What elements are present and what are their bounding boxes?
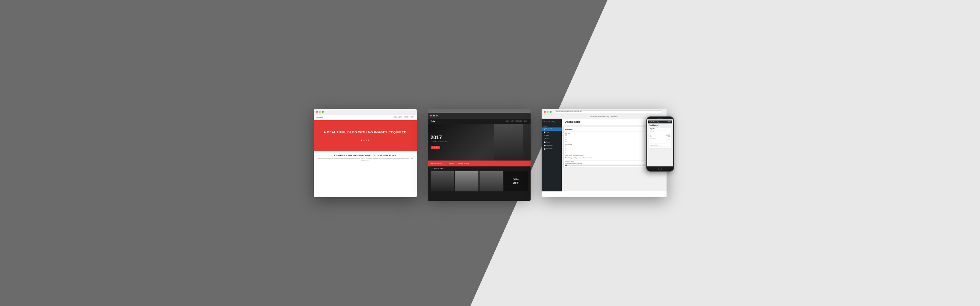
s3-sidebar-feedbacks[interactable]: 📋 Feedbacks [542,147,562,151]
s2-bar-returns-text: EASY RETURNS [460,163,469,164]
s3-storage-allowed: 339.12MB [577,163,582,164]
s2-bar-returns: ↩ EASY RETURNS [458,162,469,165]
s2-nav: Tiche HOME SHOP LOOKBOOK ABOUT [428,119,531,124]
s3-dot-yellow [547,111,549,113]
s3-posts-icon: 📝 [544,132,546,133]
s1-nav-links: HOME ABOUT CONTACT SHOP [393,116,414,118]
s2-nav-lookbook[interactable]: LOOKBOOK [515,120,522,122]
s1-nav-contact[interactable]: CONTACT [404,116,409,118]
s2-product-3-img [479,171,503,191]
s3-sidebar-links[interactable]: 🔗 Links [542,137,562,141]
s3-comments-icon: 💬 [544,145,546,147]
s3-phone-dashboard-title: Dashboard [649,124,671,126]
s1-content-text: Far far away, behind the word mountains,… [317,158,414,162]
s2-products-label: ALL BLOG TIPS [428,166,531,171]
s2-product-sale[interactable]: 50%OFF [504,171,528,191]
s3-approved-count: 3 [565,147,566,149]
s3-sidebar-dashboard[interactable]: ⊞ Dashboard [542,127,562,131]
s1-dot-1 [361,140,362,141]
s2-hero-year: 2017 [431,135,449,140]
s3-media-icon: 🖼 [544,135,545,136]
s3-sidebar-comments[interactable]: 💬 Comments [542,144,562,147]
screenshots-container: typology HOME ABOUT CONTACT SHOP A BEAUT… [0,0,980,306]
s2-bar-phone-text: CALL US [449,163,454,164]
s3-sidebar-posts[interactable]: 📝 Posts [542,131,562,134]
s1-dot-4 [368,140,369,141]
screenshot-3-wrapper: https://example.wordpress.com/wp-admin/i… [542,109,667,197]
s3-phone-discussion-section: DISCUSSION [650,138,670,139]
s2-browser-bar [428,113,531,119]
s3-phone-speaker [657,118,663,119]
s3-site-name: My WordPress Blog [542,120,562,124]
s2-return-icon: ↩ [458,162,460,165]
s2-phone-icon: 📞 [447,162,449,165]
s3-dashboard-icon: ⊞ [544,128,545,130]
s2-bar-shipping-text: FREE SHIPPING [434,163,442,164]
s3-sidebar-posts-label: Posts [546,132,550,133]
s3-storage-used: 3.07MB [565,163,569,164]
s2-logo: Tiche [431,120,436,122]
s2-nav-shop[interactable]: SHOP [511,120,514,122]
s1-dot-green [322,111,324,113]
s1-nav-shop[interactable]: SHOP [410,116,414,118]
s1-logo: typology [317,116,323,118]
s3-sidebar-media-label: Media [546,135,550,136]
s3-spam-count: 0 [565,152,566,154]
s2-hero-button[interactable]: SHOP NOW [431,146,441,149]
s1-nav-about[interactable]: ABOUT [398,116,402,118]
s3-page-title: Dashboard › My WordPress Blog — WordPres… [590,116,618,117]
s1-dot-3 [366,140,367,141]
s1-nav-home[interactable]: HOME [393,116,397,118]
s1-dot-yellow [319,111,321,113]
s3-phone-time: 9:41 AM [667,121,671,123]
s3-sidebar: My WordPress Blog HOME ⊞ Dashboard 📝 Pos… [542,119,562,191]
s1-hero-title: A BEAUTIFUL BLOG WITH NO IMAGES REQUIRED [324,130,406,135]
s3-dot-green [550,111,552,113]
s3-phone-tags-count: 223 [650,136,652,137]
s3-phone-header-text: My WordPress Blog [649,121,659,123]
s1-hero-dots [361,140,369,141]
s2-product-3[interactable] [479,171,503,191]
s2-nav-links: HOME SHOP LOOKBOOK ABOUT [506,120,528,122]
s3-phone-fill [650,147,651,147]
s2-product-1[interactable] [431,171,454,191]
s2-dot-red [430,115,432,116]
s3-sidebar-pages-label: Pages [546,141,550,143]
s1-content: KNIGHTS, I BID YOU WELCOME TO YOUR NEW H… [314,151,417,165]
s2-nav-home[interactable]: HOME [506,120,509,122]
s2-info-bar: 🚚 FREE SHIPPING 📞 CALL US ↩ EASY RETURNS [428,160,531,166]
s3-address-bar[interactable]: https://example.wordpress.com/wp-admin/i… [555,110,662,113]
s3-links-icon: 🔗 [544,138,546,140]
s2-sale-text: 50%OFF [513,178,519,184]
s3-phone-header: My WordPress Blog 9:41 AM [648,120,672,124]
s3-pages-count: 0 [565,136,566,138]
s2-dot-yellow [433,115,435,116]
s2-bar-shipping: 🚚 FREE SHIPPING [431,162,442,165]
s3-phone-tags-row: 223 Tags [650,136,670,137]
s2-product-2-img [455,171,479,191]
screenshot-2-wrapper: Tiche HOME SHOP LOOKBOOK ABOUT 2017 Autu… [428,109,531,197]
s3-cats-count: 44 [565,139,566,140]
s1-nav: typology HOME ABOUT CONTACT SHOP [314,115,417,120]
s3-phone-screen: My WordPress Blog 9:41 AM Dashboard Righ… [647,119,673,166]
s3-sidebar-media[interactable]: 🖼 Media [542,134,562,137]
s3-tags-count: 203 [565,141,567,143]
s3-phone-bar [650,147,670,147]
s3-phone-home-button[interactable] [658,167,662,170]
s3-pending-count: 0 [565,150,566,151]
s3-storage-fill [565,165,567,166]
s3-storage-separator: Space Allowed: [569,163,577,164]
s2-product-2[interactable] [455,171,479,191]
s3-theme-link[interactable]: Twenty Twelve [569,155,576,156]
s3-sidebar-feedbacks-label: Feedbacks [546,148,553,149]
s3-browser-bar: https://example.wordpress.com/wp-admin/i… [542,109,667,115]
s3-sidebar-links-label: Links [546,138,549,140]
s1-browser-bar [314,109,417,115]
s2-nav-about[interactable]: ABOUT [523,120,527,122]
s3-address-text: https://example.wordpress.com/wp-admin/i… [556,111,582,113]
s3-posts-count: 235 [565,135,567,136]
s3-phone-pending-label: Pending [667,141,670,143]
s3-sidebar-pages[interactable]: 📄 Pages [542,141,562,144]
s3-phone-pending-count: 0 [650,141,651,143]
s3-phone-tags-label: Tags [668,136,670,137]
